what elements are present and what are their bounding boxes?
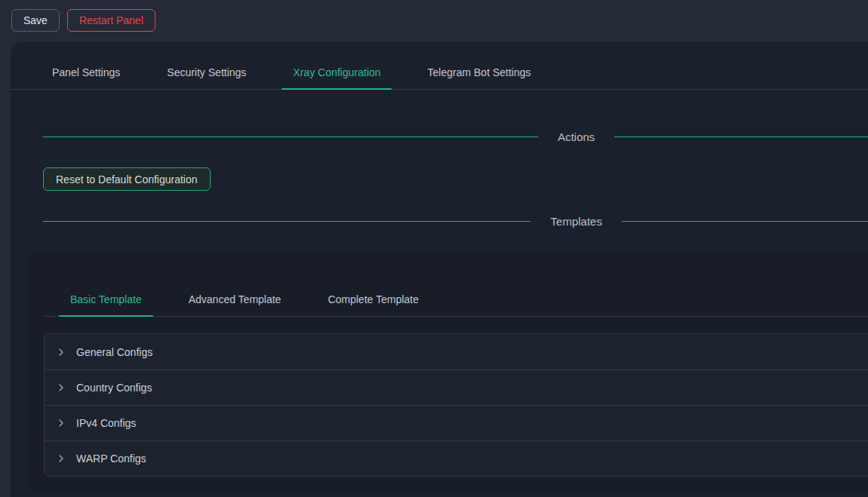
template-tab-bar: Basic Template Advanced Template Complet… bbox=[44, 284, 868, 317]
tab-telegram-bot-settings[interactable]: Telegram Bot Settings bbox=[416, 57, 542, 89]
actions-divider-label: Actions bbox=[538, 130, 614, 143]
collapse-header-general-configs[interactable]: General Configs bbox=[45, 334, 868, 370]
tab-basic-template[interactable]: Basic Template bbox=[59, 284, 153, 316]
tab-security-settings[interactable]: Security Settings bbox=[155, 57, 257, 89]
chevron-right-icon bbox=[57, 419, 66, 428]
settings-tab-bar: Panel Settings Security Settings Xray Co… bbox=[11, 57, 868, 90]
tab-complete-template[interactable]: Complete Template bbox=[316, 284, 429, 316]
tab-panel-settings[interactable]: Panel Settings bbox=[41, 57, 131, 89]
chevron-right-icon bbox=[57, 454, 66, 463]
reset-default-configuration-button[interactable]: Reset to Default Configuration bbox=[43, 167, 211, 191]
divider-line bbox=[43, 137, 538, 137]
save-button[interactable]: Save bbox=[11, 9, 60, 32]
config-collapse-list: General Configs Country Configs IPv4 Con… bbox=[44, 333, 868, 477]
top-action-bar: Save Restart Panel bbox=[0, 0, 868, 35]
collapse-label: IPv4 Configs bbox=[76, 417, 136, 429]
actions-divider: Actions bbox=[43, 130, 868, 143]
divider-line bbox=[614, 137, 868, 137]
restart-panel-button[interactable]: Restart Panel bbox=[67, 9, 155, 32]
templates-divider-label: Templates bbox=[531, 215, 621, 228]
templates-divider: Templates bbox=[43, 215, 868, 228]
chevron-right-icon bbox=[57, 348, 66, 357]
collapse-header-warp-configs[interactable]: WARP Configs bbox=[45, 440, 868, 476]
divider-line bbox=[622, 221, 868, 222]
tab-advanced-template[interactable]: Advanced Template bbox=[177, 284, 293, 316]
divider-line bbox=[43, 221, 531, 222]
templates-card: Basic Template Advanced Template Complet… bbox=[29, 250, 868, 492]
collapse-label: Country Configs bbox=[76, 382, 152, 394]
collapse-label: WARP Configs bbox=[76, 453, 146, 465]
collapse-header-ipv4-configs[interactable]: IPv4 Configs bbox=[45, 405, 868, 440]
collapse-header-country-configs[interactable]: Country Configs bbox=[45, 370, 868, 405]
settings-card: Panel Settings Security Settings Xray Co… bbox=[11, 41, 868, 497]
xray-settings-page: Save Restart Panel Panel Settings Securi… bbox=[0, 0, 868, 497]
collapse-label: General Configs bbox=[76, 346, 152, 358]
chevron-right-icon bbox=[57, 383, 66, 392]
tab-xray-configuration[interactable]: Xray Configuration bbox=[282, 57, 392, 89]
